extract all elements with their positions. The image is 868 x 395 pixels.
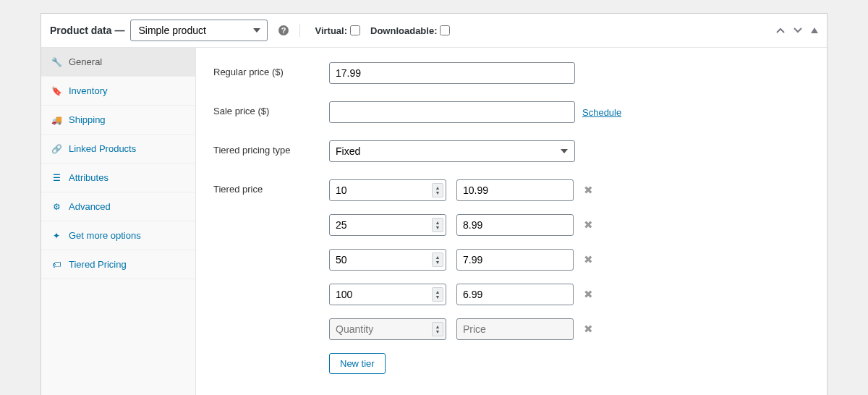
tier-row: ▲▼ ✖	[329, 179, 593, 201]
sidebar-item-label: Linked Products	[69, 143, 136, 154]
tier-qty-input[interactable]	[329, 214, 446, 236]
toggle-panel-icon[interactable]	[811, 27, 818, 33]
tier-row: ▲▼ ✖	[329, 284, 593, 305]
regular-price-input[interactable]	[329, 62, 575, 84]
downloadable-label-text: Downloadable:	[370, 25, 437, 36]
tag-icon: 🔖	[51, 86, 61, 96]
tiered-pricing-type-row: Tiered pricing type Fixed	[213, 140, 809, 162]
tier-price-input[interactable]	[456, 318, 574, 340]
sidebar-item-get-more-options[interactable]: ✦ Get more options	[41, 221, 195, 250]
panel-header-controls	[776, 27, 818, 33]
sidebar-item-label: Inventory	[69, 85, 107, 96]
pricetag-icon: 🏷	[51, 260, 61, 270]
remove-tier-icon[interactable]: ✖	[584, 253, 593, 266]
tier-qty-input[interactable]	[329, 249, 446, 271]
stepper-icon[interactable]: ▲▼	[432, 287, 443, 302]
schedule-link[interactable]: Schedule	[582, 107, 621, 118]
sidebar: 🔧 General 🔖 Inventory 🚚 Shipping 🔗 Linke…	[41, 48, 196, 395]
tiered-pricing-type-select[interactable]: Fixed	[329, 140, 575, 162]
virtual-checkbox-label[interactable]: Virtual:	[315, 25, 360, 36]
sidebar-item-tiered-pricing[interactable]: 🏷 Tiered Pricing	[41, 250, 195, 279]
sidebar-item-label: Tiered Pricing	[69, 259, 127, 270]
separator	[299, 24, 300, 37]
move-down-icon[interactable]	[793, 27, 802, 33]
tier-price-input[interactable]	[456, 284, 574, 305]
sale-price-input[interactable]	[329, 101, 575, 123]
remove-tier-icon[interactable]: ✖	[584, 323, 593, 336]
product-data-label: Product data —	[50, 25, 124, 36]
stepper-icon[interactable]: ▲▼	[432, 252, 443, 267]
link-icon: 🔗	[51, 144, 61, 154]
regular-price-label: Regular price ($)	[213, 62, 329, 77]
move-up-icon[interactable]	[776, 27, 785, 33]
product-type-select-wrap: Simple product	[130, 20, 268, 41]
sidebar-item-label: Attributes	[69, 172, 109, 183]
remove-tier-icon[interactable]: ✖	[584, 218, 593, 232]
bolt-icon: ✦	[51, 231, 61, 241]
sidebar-item-shipping[interactable]: 🚚 Shipping	[41, 106, 195, 135]
tier-qty-input[interactable]	[329, 179, 446, 201]
svg-text:?: ?	[281, 26, 286, 35]
sidebar-item-label: Shipping	[69, 114, 106, 125]
sidebar-item-linked-products[interactable]: 🔗 Linked Products	[41, 135, 195, 163]
sidebar-item-label: Advanced	[69, 201, 111, 212]
virtual-label-text: Virtual:	[315, 25, 347, 36]
tier-price-input[interactable]	[456, 249, 574, 271]
panel-header: Product data — Simple product ? Virtual:…	[41, 14, 827, 48]
tier-rows: ▲▼ ✖ ▲▼ ✖	[329, 179, 593, 374]
downloadable-checkbox[interactable]	[440, 25, 450, 35]
regular-price-row: Regular price ($)	[213, 62, 809, 84]
stepper-icon[interactable]: ▲▼	[432, 183, 443, 198]
tier-qty-input[interactable]	[329, 284, 446, 305]
tiered-price-row: Tiered price ▲▼ ✖ ▲▼	[213, 179, 809, 374]
tier-row: ▲▼ ✖	[329, 249, 593, 271]
tier-row: ▲▼ ✖	[329, 214, 593, 236]
new-tier-row: New tier	[329, 353, 593, 374]
sidebar-item-advanced[interactable]: ⚙ Advanced	[41, 192, 195, 221]
sidebar-item-attributes[interactable]: ☰ Attributes	[41, 163, 195, 192]
downloadable-checkbox-label[interactable]: Downloadable:	[370, 25, 450, 36]
tier-row-placeholder: ▲▼ ✖	[329, 318, 593, 340]
sidebar-item-label: Get more options	[69, 230, 141, 241]
truck-icon: 🚚	[51, 115, 61, 125]
list-icon: ☰	[51, 173, 61, 183]
sidebar-item-general[interactable]: 🔧 General	[41, 48, 195, 77]
tier-price-input[interactable]	[456, 179, 574, 201]
gear-icon: ⚙	[51, 202, 61, 212]
tiered-pricing-type-label: Tiered pricing type	[213, 140, 329, 156]
sale-price-label: Sale price ($)	[213, 101, 329, 116]
sidebar-item-inventory[interactable]: 🔖 Inventory	[41, 77, 195, 106]
content-area: Regular price ($) Sale price ($) Schedul…	[196, 48, 827, 395]
tier-price-input[interactable]	[456, 214, 574, 236]
virtual-checkbox[interactable]	[350, 25, 360, 35]
help-icon[interactable]: ?	[278, 25, 289, 36]
stepper-icon[interactable]: ▲▼	[432, 218, 443, 232]
panel-body: 🔧 General 🔖 Inventory 🚚 Shipping 🔗 Linke…	[41, 48, 827, 395]
tiered-price-label: Tiered price	[213, 179, 329, 195]
new-tier-button[interactable]: New tier	[329, 353, 386, 374]
remove-tier-icon[interactable]: ✖	[584, 184, 593, 197]
product-type-select[interactable]: Simple product	[130, 20, 268, 41]
sidebar-item-label: General	[69, 56, 102, 67]
sale-price-row: Sale price ($) Schedule	[213, 101, 809, 123]
product-data-panel: Product data — Simple product ? Virtual:…	[41, 13, 827, 395]
wrench-icon: 🔧	[51, 57, 61, 67]
tier-qty-input[interactable]	[329, 318, 446, 340]
remove-tier-icon[interactable]: ✖	[584, 288, 593, 301]
tiered-pricing-type-select-wrap: Fixed	[329, 140, 575, 162]
stepper-icon[interactable]: ▲▼	[432, 322, 443, 336]
